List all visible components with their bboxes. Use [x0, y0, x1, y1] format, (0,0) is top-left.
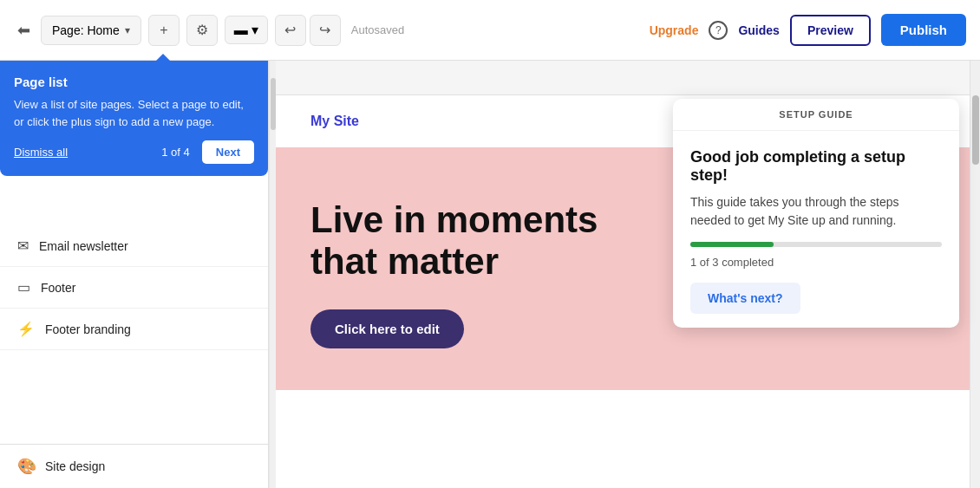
list-item-label: Footer branding	[45, 322, 131, 336]
plus-icon: +	[160, 23, 167, 38]
hero-title: Live in moments that matter	[310, 199, 640, 283]
hero-cta-button[interactable]: Click here to edit	[310, 309, 464, 348]
list-item-label: Footer	[41, 281, 75, 295]
toolbar-left: ⬅ Page: Home ▾ + ⚙ ▬ ▾ ↩ ↪ Autosaved	[14, 15, 643, 46]
tooltip-description: View a list of site pages. Select a page…	[14, 96, 254, 130]
preview-button[interactable]: Preview	[790, 15, 871, 46]
setup-guide-body: Good job completing a setup step! This g…	[673, 131, 959, 328]
progress-bar-track	[690, 242, 942, 247]
gear-icon: ⚙	[196, 22, 208, 38]
publish-button[interactable]: Publish	[881, 14, 966, 46]
site-design-label: Site design	[45, 459, 105, 473]
upgrade-button[interactable]: Upgrade	[650, 23, 699, 37]
undo-redo-group: ↩ ↪	[275, 15, 341, 46]
tooltip-title: Page list	[14, 75, 254, 89]
tooltip-arrow	[156, 54, 170, 61]
redo-button[interactable]: ↪	[310, 15, 341, 46]
device-selector[interactable]: ▬ ▾	[225, 16, 268, 44]
setup-guide-title: Good job completing a setup step!	[690, 148, 942, 185]
canvas-area: My Site 🛒 Live in moments that matter Cl…	[276, 61, 980, 488]
settings-button[interactable]: ⚙	[186, 15, 218, 46]
panel-footer-item[interactable]: 🎨 Site design	[0, 444, 268, 488]
dismiss-all-button[interactable]: Dismiss all	[14, 146, 68, 159]
page-selector[interactable]: Page: Home ▾	[41, 16, 141, 45]
redo-icon: ↪	[319, 22, 330, 38]
chevron-down-icon: ▾	[125, 24, 130, 36]
email-icon: ✉	[17, 237, 29, 254]
step-count: 1 of 4	[161, 146, 190, 159]
add-page-button[interactable]: +	[148, 15, 180, 46]
toolbar-right: Upgrade ? Guides Preview Publish	[650, 14, 966, 46]
right-scroll-thumb	[972, 95, 979, 165]
device-chevron: ▾	[252, 22, 258, 38]
lightning-icon: ⚡	[17, 321, 35, 337]
autosaved-status: Autosaved	[351, 23, 404, 36]
setup-guide-description: This guide takes you through the steps n…	[690, 193, 942, 230]
tooltip-popup: Page list View a list of site pages. Sel…	[0, 61, 268, 176]
back-icon[interactable]: ⬅	[14, 17, 34, 43]
progress-text: 1 of 3 completed	[690, 256, 942, 269]
help-button[interactable]: ?	[709, 21, 728, 40]
undo-icon: ↩	[284, 22, 296, 38]
list-item[interactable]: ⚡ Footer branding	[0, 309, 268, 350]
canvas-topbar	[276, 61, 980, 95]
next-button[interactable]: Next	[202, 140, 254, 164]
left-scrollbar[interactable]	[269, 61, 276, 488]
list-item-label: Email newsletter	[39, 239, 128, 253]
setup-guide-popup: SETUP GUIDE Good job completing a setup …	[673, 99, 959, 328]
right-scrollbar[interactable]	[970, 61, 980, 488]
list-item[interactable]: ▭ Footer	[0, 267, 268, 309]
undo-button[interactable]: ↩	[275, 15, 306, 46]
question-icon: ?	[715, 24, 722, 36]
site-name: My Site	[310, 114, 359, 129]
whats-next-button[interactable]: What's next?	[690, 283, 800, 314]
guides-button[interactable]: Guides	[738, 23, 779, 37]
site-design-icon: 🎨	[17, 457, 36, 476]
footer-icon: ▭	[17, 279, 30, 296]
list-item[interactable]: ✉ Email newsletter	[0, 225, 268, 267]
left-panel: Page list View a list of site pages. Sel…	[0, 61, 269, 488]
device-icon: ▬	[234, 23, 248, 38]
toolbar: ⬅ Page: Home ▾ + ⚙ ▬ ▾ ↩ ↪ Autosaved Upg…	[0, 0, 980, 61]
setup-guide-header: SETUP GUIDE	[673, 99, 959, 131]
progress-bar-fill	[690, 242, 774, 247]
tooltip-footer: Dismiss all 1 of 4 Next	[14, 140, 254, 164]
main-area: Page list View a list of site pages. Sel…	[0, 61, 980, 488]
page-selector-label: Page: Home	[52, 23, 120, 37]
